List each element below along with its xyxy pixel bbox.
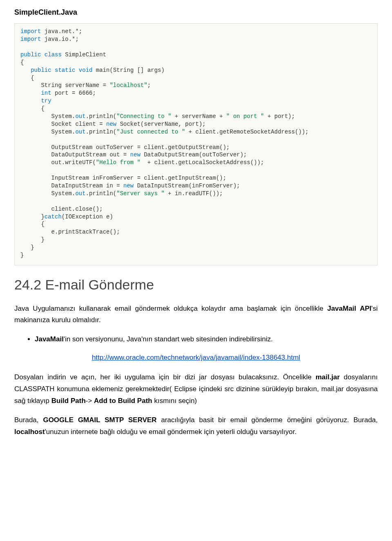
source-filename: SimpleClient.Java bbox=[14, 7, 378, 18]
str: "Connecting to " bbox=[116, 113, 171, 120]
code-text: Socket client = bbox=[20, 121, 106, 127]
code-text: } bbox=[20, 252, 24, 258]
code-text: } bbox=[20, 214, 45, 220]
code-text: .println( bbox=[86, 113, 117, 120]
kw: out bbox=[75, 129, 85, 135]
kw: new bbox=[106, 121, 116, 127]
code-text: DataInputStream in = bbox=[20, 183, 123, 189]
kw: catch bbox=[45, 214, 62, 220]
paragraph-files: Dosyaları indirin ve açın, her iki uygul… bbox=[14, 372, 378, 407]
code-text: } bbox=[20, 236, 45, 243]
code-text: java.net.*; bbox=[41, 28, 82, 35]
str: "Server says " bbox=[116, 190, 165, 197]
kw: try bbox=[20, 98, 51, 104]
code-text: DataOutputStream out = bbox=[20, 151, 130, 158]
bold-text: Add to Build Path bbox=[94, 397, 152, 405]
code-text: main(String [] args) bbox=[92, 67, 164, 73]
code-text: + serverName + bbox=[172, 113, 226, 120]
code-text: DataInputStream(inFromServer); bbox=[134, 183, 240, 189]
code-text: SimpleClient bbox=[62, 51, 106, 58]
code-text: + client.getLocalSocketAddress()); bbox=[140, 159, 264, 166]
text: aracılığıyla basit bir email gönderme ör… bbox=[157, 416, 378, 424]
code-text: + in.readUTF()); bbox=[165, 190, 223, 197]
code-text: java.io.*; bbox=[41, 36, 78, 42]
kw: void bbox=[79, 67, 93, 73]
str: " on port " bbox=[226, 113, 264, 120]
kw: class bbox=[45, 51, 62, 58]
code-text: System. bbox=[20, 190, 75, 197]
section-heading: 24.2 E-mail Gönderme bbox=[14, 275, 378, 295]
kw: public bbox=[20, 67, 51, 73]
code-text: OutputStream outToServer = client.getOut… bbox=[20, 144, 229, 151]
kw: public bbox=[20, 51, 41, 58]
bold-text: JavaMail bbox=[35, 335, 64, 343]
str: "Hello from " bbox=[96, 159, 140, 166]
link-line: http://www.oracle.com/technetwork/java/j… bbox=[14, 353, 378, 363]
bullet-list: JavaMail'in son versiyonunu, Java'nın st… bbox=[14, 334, 378, 345]
paragraph-intro: Java Uygulamanızı kullanarak email gönde… bbox=[14, 303, 378, 327]
code-text: { bbox=[20, 59, 24, 66]
code-text: client.close(); bbox=[20, 206, 103, 212]
code-text: { bbox=[20, 221, 45, 227]
kw: import bbox=[20, 28, 41, 35]
text: Java Uygulamanızı kullanarak email gönde… bbox=[14, 305, 327, 312]
code-text bbox=[51, 67, 55, 73]
code-text: .println( bbox=[86, 190, 117, 197]
str: "Just connected to " bbox=[116, 129, 185, 135]
code-text: (IOException e) bbox=[62, 214, 113, 220]
bold-text: JavaMail API bbox=[327, 305, 371, 312]
javamail-download-link[interactable]: http://www.oracle.com/technetwork/java/j… bbox=[92, 354, 300, 361]
kw: int bbox=[20, 90, 51, 96]
str: "localhost" bbox=[109, 82, 147, 89]
code-text: { bbox=[20, 105, 45, 112]
bullet-item: JavaMail'in son versiyonunu, Java'nın st… bbox=[35, 334, 378, 345]
code-text: Socket(serverName, port); bbox=[116, 121, 205, 127]
kw: out bbox=[75, 113, 85, 120]
code-text: InputStream inFromServer = client.getInp… bbox=[20, 175, 226, 181]
code-text: port = 6666; bbox=[51, 90, 96, 96]
kw: new bbox=[130, 151, 140, 158]
code-text: { bbox=[20, 75, 34, 81]
bold-text: mail.jar bbox=[316, 373, 340, 381]
code-text: e.printStackTrace(); bbox=[20, 229, 120, 235]
code-text: String serverName = bbox=[20, 82, 109, 89]
code-text: DataOutputStream(outToServer); bbox=[140, 151, 247, 158]
kw: import bbox=[20, 36, 41, 42]
code-text: out.writeUTF( bbox=[20, 159, 96, 166]
text: -> bbox=[86, 397, 94, 405]
bold-text: Build Path bbox=[51, 397, 86, 405]
code-text: + port); bbox=[264, 113, 295, 120]
kw: static bbox=[55, 67, 75, 73]
code-text: + client.getRemoteSocketAddress()); bbox=[185, 129, 308, 135]
code-text: } bbox=[20, 244, 34, 251]
code-text: System. bbox=[20, 129, 75, 135]
code-text: .println( bbox=[86, 129, 117, 135]
code-text bbox=[75, 67, 78, 73]
paragraph-gmail: Burada, GOOGLE GMAIL SMTP SERVER aracılı… bbox=[14, 414, 378, 438]
text: kısmını seçin) bbox=[152, 397, 197, 405]
bold-text: localhost bbox=[14, 428, 45, 436]
kw: new bbox=[123, 183, 134, 189]
code-text: ; bbox=[147, 82, 151, 89]
text: 'unuzun internete bağlı olduğu ve email … bbox=[45, 428, 297, 436]
text: Dosyaları indirin ve açın, her iki uygul… bbox=[14, 373, 316, 381]
code-block: import java.net.*; import java.io.*; pub… bbox=[14, 23, 378, 265]
code-text bbox=[41, 51, 44, 58]
kw: out bbox=[75, 190, 85, 197]
bold-text: GOOGLE GMAIL SMTP SERVER bbox=[43, 416, 156, 424]
text: Burada, bbox=[14, 416, 43, 424]
text: 'in son versiyonunu, Java'nın standart w… bbox=[64, 335, 273, 343]
code-text: System. bbox=[20, 113, 75, 120]
